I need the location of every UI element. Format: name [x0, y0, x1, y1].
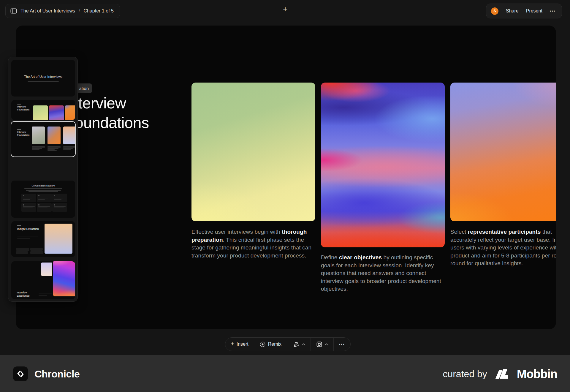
- thumbnail-title-slide[interactable]: The Art of User Interviews: [11, 60, 75, 97]
- sidebar-toggle-icon[interactable]: [10, 8, 17, 14]
- thumbnail-interview-foundations[interactable]: Interview Foundations: [11, 100, 75, 120]
- mobbin-logo-icon: [495, 369, 513, 379]
- card-text-3[interactable]: Select representative participants that …: [450, 228, 556, 268]
- add-slide-button[interactable]: +: [280, 4, 291, 15]
- plus-icon: +: [283, 5, 288, 14]
- layout-picker-button[interactable]: [311, 338, 333, 351]
- breadcrumb-title: The Art of User Interviews: [20, 8, 75, 14]
- slide-title[interactable]: Interview Foundations: [66, 93, 149, 132]
- card-text-2[interactable]: Define clear objectives by outlining spe…: [321, 254, 446, 293]
- slide-thumbnail-panel: The Art of User Interviews Interview Fou…: [8, 57, 78, 302]
- thumbnail-interview-foundations-selected[interactable]: Interview Foundations: [11, 121, 76, 157]
- chevron-up-icon: [325, 343, 328, 345]
- mobbin-wordmark: Mobbin: [517, 367, 557, 381]
- gradient-card-3[interactable]: [450, 83, 556, 221]
- more-menu-button[interactable]: •••: [550, 9, 556, 13]
- gradient-card-2[interactable]: [321, 83, 445, 247]
- curated-by-text: curated by: [443, 369, 487, 380]
- present-button[interactable]: Present: [526, 8, 542, 14]
- breadcrumb-chapter[interactable]: Chapter 1 of 5: [84, 8, 114, 14]
- card-text-1[interactable]: Effective user interviews begin with tho…: [191, 228, 317, 260]
- gradient-card-1[interactable]: [191, 83, 315, 221]
- chevron-up-icon: [302, 343, 305, 345]
- plus-icon: +: [231, 341, 234, 347]
- remix-button[interactable]: Remix: [254, 338, 287, 351]
- topbar-actions: S Share Present •••: [486, 4, 562, 18]
- frame-layout-icon: [316, 341, 322, 347]
- thumbnail-conversation-mastery[interactable]: Conversation Mastery: [11, 181, 75, 218]
- toolbar-more-button[interactable]: •••: [333, 338, 350, 351]
- breadcrumb[interactable]: The Art of User Interviews / Chapter 1 o…: [5, 4, 120, 18]
- breadcrumb-separator: /: [79, 8, 80, 14]
- remix-sparkle-icon: [259, 341, 266, 347]
- thumbnail-interview-excellence[interactable]: Interview Excellence: [11, 261, 75, 299]
- share-button[interactable]: Share: [506, 8, 519, 14]
- theme-swatch-icon: [292, 341, 300, 347]
- chronicle-logo-icon: [13, 366, 28, 381]
- slide-canvas[interactable]: ation Interview Foundations Effective us…: [16, 26, 556, 329]
- editor-toolbar: + Insert Remix: [225, 337, 351, 351]
- avatar[interactable]: S: [491, 7, 498, 15]
- thumbnail-title-text: The Art of User Interviews: [24, 75, 62, 78]
- insert-button[interactable]: + Insert: [225, 338, 254, 351]
- theme-picker-button[interactable]: [287, 338, 311, 351]
- chronicle-wordmark: Chronicle: [34, 368, 80, 380]
- branding-footer: Chronicle curated by Mobbin: [0, 355, 570, 392]
- thumbnail-insight-extraction[interactable]: Insight Extraction: [11, 221, 75, 257]
